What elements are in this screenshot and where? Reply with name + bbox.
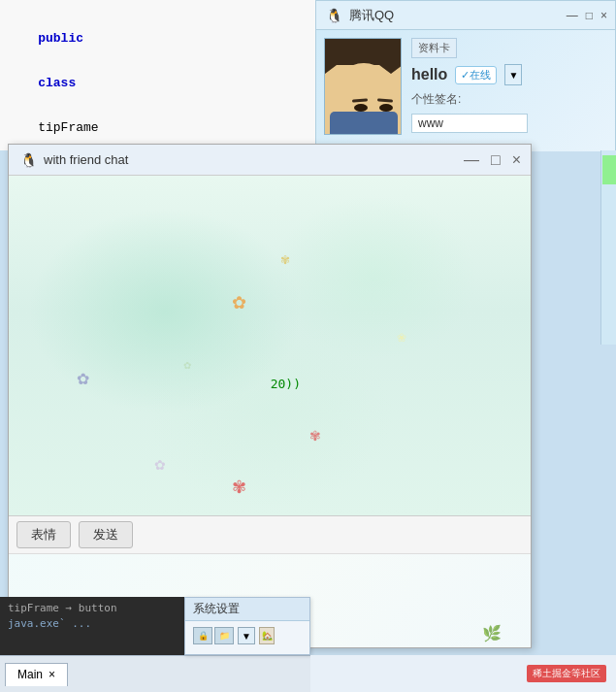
qq-status-badge: ✓在线 xyxy=(455,66,497,84)
chat-minimize-btn[interactable]: — xyxy=(464,151,479,169)
settings-lock-icon[interactable]: 🔒 xyxy=(193,627,212,644)
leaf-decoration-7: 🌿 xyxy=(482,624,502,643)
qq-tab-label[interactable]: 资料卡 xyxy=(411,38,457,58)
chat-titlebar-controls[interactable]: — □ × xyxy=(464,151,521,169)
emoji-button[interactable]: 表情 xyxy=(16,521,71,548)
tab-main-close[interactable]: × xyxy=(49,668,55,681)
qq-titlebar: 🐧 腾讯QQ — □ × xyxy=(316,1,615,30)
right-scrollbar[interactable] xyxy=(600,150,616,345)
flower-decoration-3: ✿ xyxy=(77,370,89,388)
system-settings-popup: 系统设置 🔒 📁 ▼ 🏡 xyxy=(184,597,310,655)
qq-titlebar-controls[interactable]: — □ × xyxy=(567,9,607,22)
chat-title: with friend chat xyxy=(44,152,128,167)
avatar-eye-left xyxy=(354,104,368,112)
csdn-badge: 稀土掘金等社区 xyxy=(527,665,606,682)
qq-penguin-logo: 🐧 xyxy=(324,6,343,25)
qq-username-row: hello ✓在线 ▼ xyxy=(411,64,607,85)
qq-signature-value[interactable]: www xyxy=(411,114,528,133)
settings-folder-icon[interactable]: 📁 xyxy=(214,627,234,644)
flower-decoration-4: ✾ xyxy=(309,428,321,444)
chat-input-toolbar: 表情 发送 xyxy=(9,515,531,554)
avatar-eyebrow-left xyxy=(352,98,368,102)
avatar-body xyxy=(330,112,398,135)
flower-decoration-5: ❀ xyxy=(397,331,406,345)
qq-title: 腾讯QQ xyxy=(349,7,394,24)
keyword-class: class xyxy=(38,76,76,90)
qq-minimize-btn[interactable]: — xyxy=(567,9,578,22)
qq-profile-right: 资料卡 hello ✓在线 ▼ 个性签名: www xyxy=(411,38,607,144)
qq-profile-content: 资料卡 hello ✓在线 ▼ 个性签名: www xyxy=(316,30,615,151)
chat-penguin-icon: 🐧 xyxy=(18,150,38,170)
avatar-eye-right xyxy=(379,104,393,112)
code-editor-top: public class tipFrame extends private Co… xyxy=(0,0,315,150)
avatar-eyebrow-right xyxy=(377,98,393,102)
qq-status-text: ✓在线 xyxy=(461,68,491,82)
chat-background xyxy=(9,176,531,515)
csdn-area: 稀土掘金等社区 xyxy=(310,655,616,692)
chat-close-btn[interactable]: × xyxy=(512,151,521,169)
chat-titlebar-left: 🐧 with friend chat xyxy=(18,150,128,170)
class-name: tipFrame xyxy=(38,120,98,135)
keyword-public: public xyxy=(38,31,83,46)
chat-window: 🐧 with friend chat — □ × ✿ ✾ ✿ ✾ ❀ ✿ ✾ ✿… xyxy=(8,144,532,648)
flower-decoration-7: ✾ xyxy=(232,477,246,498)
qq-close-btn[interactable]: × xyxy=(600,9,607,22)
tab-main-label: Main xyxy=(17,668,43,681)
qq-username: hello xyxy=(411,66,447,83)
chat-maximize-btn[interactable]: □ xyxy=(491,151,501,169)
flower-decoration-8: ✿ xyxy=(183,360,191,371)
flower-decoration-6: ✿ xyxy=(154,457,166,473)
avatar-face-skin xyxy=(335,63,393,116)
avatar-face xyxy=(325,39,402,135)
code-line-1: public class tipFrame extends xyxy=(8,5,308,150)
chat-message-area: ✿ ✾ ✿ ✾ ❀ ✿ ✾ ✿ xyxy=(9,176,531,515)
qq-avatar xyxy=(324,38,402,135)
flower-decoration-2: ✾ xyxy=(280,253,290,267)
qq-titlebar-left: 🐧 腾讯QQ xyxy=(324,6,394,25)
qq-status-dropdown[interactable]: ▼ xyxy=(504,64,522,85)
flower-decoration-1: ✿ xyxy=(232,292,246,313)
settings-dropdown-btn[interactable]: ▼ xyxy=(238,627,255,644)
chat-titlebar: 🐧 with friend chat — □ × xyxy=(9,145,531,176)
tab-main[interactable]: Main × xyxy=(5,663,68,686)
system-settings-title: 系统设置 xyxy=(185,598,309,621)
green-number: 20)) xyxy=(271,377,301,391)
send-button[interactable]: 发送 xyxy=(79,521,133,548)
qq-signature-label: 个性签名: xyxy=(411,91,607,108)
scroll-thumb xyxy=(602,155,616,184)
settings-icon-group: 🔒 📁 xyxy=(193,627,234,644)
settings-extra-icon[interactable]: 🏡 xyxy=(259,627,275,644)
qq-maximize-btn[interactable]: □ xyxy=(586,9,593,22)
qq-profile-panel: 🐧 腾讯QQ — □ × xyxy=(315,0,616,150)
system-settings-content: 🔒 📁 ▼ 🏡 xyxy=(185,621,309,650)
